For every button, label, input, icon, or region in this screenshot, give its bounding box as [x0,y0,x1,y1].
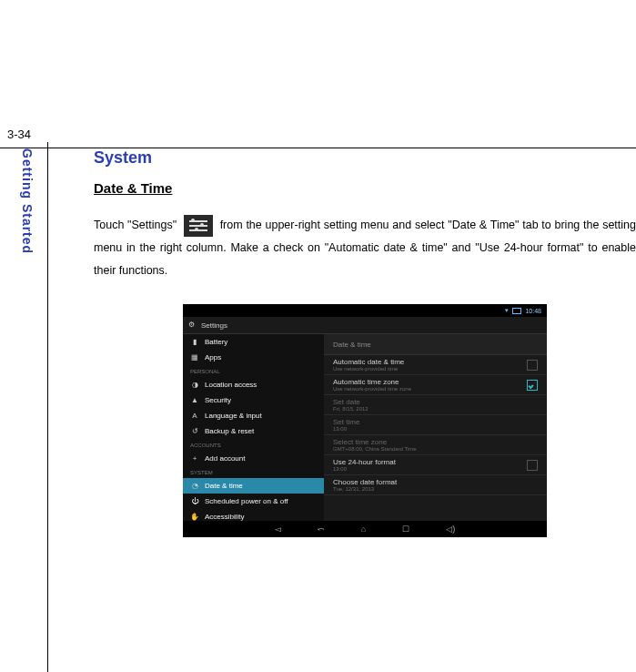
opt-title: Set date [333,398,368,406]
opt-sub: 13:00 [333,426,359,432]
section-personal: PERSONAL [183,365,324,377]
status-time: 10:48 [525,308,541,314]
opt-title: Choose date format [333,478,397,486]
row-label: Battery [205,338,227,346]
wifi-icon: ▾ [505,307,509,314]
opt-sub: 13:00 [333,466,396,472]
row-label: Location access [205,381,257,389]
opt-set-date: Set dateFri, 8/15, 2012 [324,395,547,415]
battery-icon [512,308,521,314]
opt-title: Set time [333,418,359,426]
row-label: Apps [205,353,221,361]
app-title-text: Settings [201,321,227,330]
security-icon: ▲ [190,396,199,404]
opt-sub: Use network-provided time zone [333,386,411,392]
body-pre: Touch "Settings" [94,219,177,231]
checkbox-checked[interactable] [527,380,538,391]
power-icon: ⏻ [190,497,199,505]
settings-left-column: ▮Battery ▦Apps PERSONAL ◑Location access… [183,334,324,522]
apps-icon: ▦ [190,353,199,361]
opt-title: Automatic time zone [333,378,411,386]
opt-sub: GMT+08:00, China Standard Time [333,446,417,452]
body-paragraph: Touch "Settings" from the upper-right se… [94,214,636,282]
row-language[interactable]: ALanguage & input [183,408,324,423]
row-date-time[interactable]: ◔Date & time [183,478,324,494]
divider-vertical [47,142,48,672]
plus-icon: + [190,454,199,463]
nav-recent-icon[interactable]: ☐ [402,524,409,534]
row-accessibility[interactable]: ✋Accessibility [183,509,324,522]
opt-auto-date[interactable]: Automatic date & timeUse network-provide… [324,355,547,375]
page-number: 3-34 [7,127,31,141]
row-location[interactable]: ◑Location access [183,377,324,392]
opt-title: Select time zone [333,438,417,446]
nav-vol-down-icon[interactable]: ◅ [275,524,281,534]
row-label: Accessibility [205,513,245,521]
row-backup[interactable]: ↺Backup & reset [183,423,324,439]
checkbox[interactable] [527,460,538,471]
battery-icon: ▮ [190,338,199,346]
opt-auto-tz[interactable]: Automatic time zoneUse network-provided … [324,375,547,395]
opt-set-time: Set time13:00 [324,415,547,435]
backup-icon: ↺ [190,427,199,435]
language-icon: A [190,412,199,420]
row-add-account[interactable]: +Add account [183,451,324,466]
nav-bar: ◅ ⤺ ⌂ ☐ ◁) [183,521,547,537]
side-title: Getting Started [20,148,35,254]
opt-sub: Use network-provided time [333,366,404,372]
opt-24h[interactable]: Use 24-hour format13:00 [324,455,547,475]
row-security[interactable]: ▲Security [183,392,324,408]
nav-home-icon[interactable]: ⌂ [361,524,366,534]
row-apps[interactable]: ▦Apps [183,350,324,365]
clock-icon: ◔ [190,482,199,490]
content-area: System Date & Time Touch "Settings" from… [94,148,636,537]
heading-system: System [94,148,636,168]
location-icon: ◑ [190,381,199,389]
row-label: Security [205,396,231,404]
embedded-screenshot: ▾ 10:48 ⚙ Settings ▮Battery ▦Apps PERSON… [183,304,547,537]
opt-select-tz: Select time zoneGMT+08:00, China Standar… [324,435,547,455]
section-accounts: ACCOUNTS [183,439,324,451]
app-title-bar: ⚙ Settings [183,317,547,334]
gear-icon: ⚙ [188,321,197,330]
row-battery[interactable]: ▮Battery [183,334,324,350]
hand-icon: ✋ [190,513,199,521]
section-system: SYSTEM [183,466,324,478]
row-label: Backup & reset [205,427,254,435]
row-label: Language & input [205,412,262,420]
opt-title: Use 24-hour format [333,458,396,466]
status-bar: ▾ 10:48 [183,304,547,317]
row-label: Date & time [205,482,243,490]
nav-vol-up-icon[interactable]: ◁) [446,524,455,534]
row-label: Scheduled power on & off [205,497,288,505]
opt-date-format[interactable]: Choose date formatTue, 12/31, 2013 [324,475,547,495]
nav-back-icon[interactable]: ⤺ [318,524,325,534]
settings-right-column: Date & time Automatic date & timeUse net… [324,334,547,522]
settings-sliders-icon [184,215,213,237]
subheading-date-time: Date & Time [94,180,172,198]
opt-title: Automatic date & time [333,358,404,366]
opt-sub: Fri, 8/15, 2012 [333,406,368,412]
row-label: Add account [205,454,245,463]
right-header: Date & time [324,334,547,355]
checkbox[interactable] [527,360,538,371]
row-scheduled-power[interactable]: ⏻Scheduled power on & off [183,494,324,509]
opt-sub: Tue, 12/31, 2013 [333,486,397,492]
